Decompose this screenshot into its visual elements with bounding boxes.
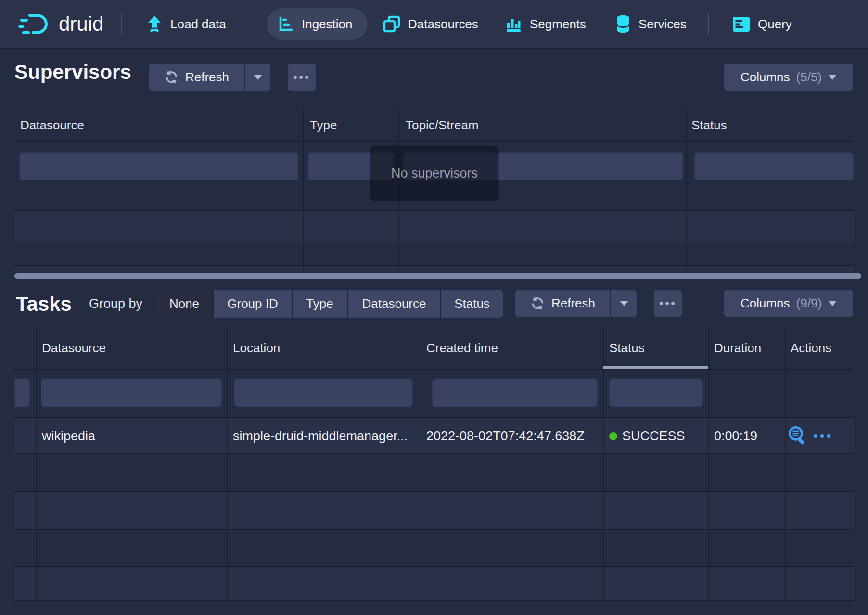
nav-divider <box>708 14 709 34</box>
refresh-label: Refresh <box>185 70 229 85</box>
nav-item-label: Datasources <box>408 17 478 32</box>
segments-icon <box>505 15 522 33</box>
supervisors-refresh-dropdown-button[interactable] <box>244 64 270 91</box>
tasks-refresh-dropdown-button[interactable] <box>610 290 637 317</box>
supervisors-horizontal-scrollbar[interactable] <box>14 273 861 279</box>
column-divider <box>227 327 228 600</box>
nav-item-query[interactable]: Query <box>732 0 792 48</box>
column-divider <box>36 327 37 600</box>
supervisors-title: Supervisors <box>14 54 131 90</box>
supervisors-filter-datasource[interactable] <box>19 152 298 180</box>
task-cell-location: simple-druid-middlemanager... <box>233 418 408 454</box>
row-divider <box>14 491 854 492</box>
druid-console: druid Load data Ingestion <box>0 0 868 615</box>
nav-item-segments[interactable]: Segments <box>505 0 586 48</box>
group-by-label: Group by <box>89 290 142 318</box>
tasks-header-location[interactable]: Location <box>233 327 280 369</box>
app-logo[interactable]: druid <box>18 0 103 48</box>
no-supervisors-message: No supervisors <box>370 146 498 201</box>
column-divider <box>686 108 687 272</box>
tasks-more-button[interactable]: ••• <box>654 290 682 317</box>
chevron-down-icon <box>828 301 837 306</box>
columns-count: (9/9) <box>796 296 822 311</box>
supervisors-header-datasource[interactable]: Datasource <box>20 108 84 142</box>
row-divider <box>14 600 854 601</box>
top-nav: druid Load data Ingestion <box>0 0 868 49</box>
supervisors-header-topic-stream[interactable]: Topic/Stream <box>406 108 479 142</box>
success-dot-icon <box>609 432 617 440</box>
header-divider <box>14 141 854 142</box>
group-by-datasource-button[interactable]: Datasource <box>347 290 440 318</box>
tasks-filter-created-time[interactable] <box>432 378 598 407</box>
nav-item-ingestion[interactable]: Ingestion <box>267 8 368 40</box>
column-divider <box>303 108 304 272</box>
group-by-type-button[interactable]: Type <box>292 290 347 318</box>
column-divider <box>785 327 786 600</box>
app-logo-text: druid <box>59 13 103 36</box>
column-divider <box>708 327 709 600</box>
chevron-down-icon <box>620 301 628 306</box>
tasks-filter-datasource[interactable] <box>41 378 222 407</box>
supervisors-header-type[interactable]: Type <box>310 108 337 142</box>
tasks-header-actions: Actions <box>791 327 831 369</box>
druid-logo-icon <box>18 12 53 36</box>
columns-label: Columns <box>740 70 790 85</box>
chevron-down-icon <box>254 75 262 80</box>
more-icon: ••• <box>293 64 310 91</box>
columns-label: Columns <box>740 296 790 311</box>
tasks-header-created-time[interactable]: Created time <box>426 327 498 369</box>
refresh-icon <box>530 296 545 311</box>
supervisors-columns-button[interactable]: Columns (5/5) <box>724 64 853 91</box>
load-data-icon <box>146 15 163 33</box>
row-divider <box>14 566 854 567</box>
nav-divider <box>121 14 122 34</box>
tasks-title: Tasks <box>16 286 72 322</box>
supervisors-more-button[interactable]: ••• <box>288 64 316 91</box>
tasks-columns-button[interactable]: Columns (9/9) <box>724 290 853 317</box>
task-detail-magnifier-icon[interactable] <box>787 425 807 447</box>
supervisors-filter-status[interactable] <box>694 152 854 180</box>
ingestion-icon <box>278 16 294 32</box>
nav-item-load-data[interactable]: Load data <box>146 0 226 48</box>
tasks-header-datasource[interactable]: Datasource <box>42 327 106 369</box>
nav-item-services[interactable]: Services <box>615 0 687 48</box>
task-cell-duration: 0:00:19 <box>714 418 757 454</box>
tasks-filter-status[interactable] <box>609 378 703 407</box>
group-by-status-button[interactable]: Status <box>440 290 503 318</box>
task-cell-created-time: 2022-08-02T07:42:47.638Z <box>426 418 585 454</box>
services-icon <box>615 14 631 34</box>
empty-row <box>14 567 854 601</box>
tasks-header-status[interactable]: Status <box>609 327 645 369</box>
more-icon: ••• <box>659 290 677 317</box>
supervisors-empty-row <box>14 266 854 272</box>
group-by-group-id-button[interactable]: Group ID <box>213 290 292 318</box>
supervisors-refresh-button[interactable]: Refresh <box>149 64 244 91</box>
tasks-filter-hidden-column[interactable] <box>14 378 30 407</box>
nav-item-label: Query <box>758 17 792 32</box>
row-divider <box>14 265 854 266</box>
supervisors-empty-row <box>14 211 854 243</box>
tasks-filter-location[interactable] <box>234 378 413 407</box>
task-cell-datasource[interactable]: wikipedia <box>42 418 95 454</box>
supervisors-header-status[interactable]: Status <box>691 108 727 142</box>
chevron-down-icon <box>828 75 837 80</box>
column-divider <box>421 327 421 600</box>
nav-item-datasources[interactable]: Datasources <box>383 0 478 48</box>
datasources-icon <box>383 15 400 33</box>
nav-item-label: Services <box>638 17 687 32</box>
row-divider <box>14 243 854 243</box>
query-icon <box>732 16 750 32</box>
columns-count: (5/5) <box>796 70 822 85</box>
nav-item-label: Segments <box>530 17 586 32</box>
group-by-none-button[interactable]: None <box>156 290 213 318</box>
row-divider <box>14 210 854 211</box>
header-divider <box>14 369 854 370</box>
tasks-header-duration[interactable]: Duration <box>714 327 761 369</box>
refresh-label: Refresh <box>551 296 595 311</box>
nav-item-label: Load data <box>170 17 226 32</box>
empty-row <box>14 492 854 530</box>
task-actions-more-icon[interactable]: ••• <box>813 418 833 454</box>
row-divider <box>14 529 854 530</box>
tasks-refresh-button[interactable]: Refresh <box>515 290 610 317</box>
refresh-icon <box>164 70 179 85</box>
